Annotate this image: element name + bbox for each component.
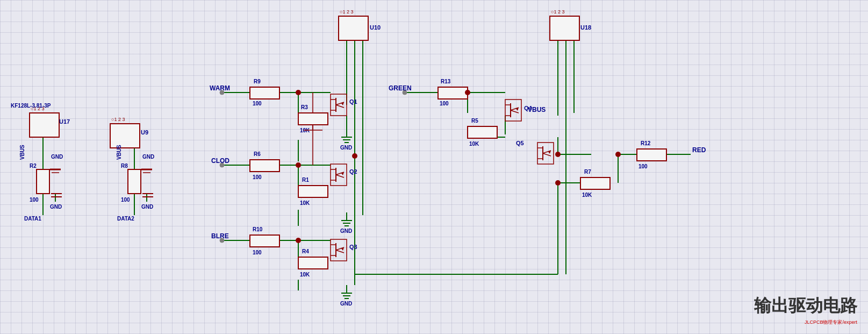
u18-pin-label: ○1 2 3 [551,9,564,15]
vbus1-label: VBUS [19,145,25,160]
transistor-q4 [505,100,521,121]
blre-label: BLRE [211,232,229,240]
r8-value: 100 [121,197,130,203]
resistor-r12 [637,149,666,161]
r13-value: 100 [440,101,449,106]
green-label: GREEN [389,84,412,92]
resistor-r7 [580,177,610,189]
transistor-q5 [537,143,554,164]
r7-label: R7 [584,169,591,175]
clod-label: CLOD [211,157,229,165]
q3-label: Q3 [349,244,357,250]
watermark-text: JLCPCB物理专家/expert [805,319,857,326]
resistor-r10 [250,235,279,247]
page-title: 输出驱动电路 [754,294,857,318]
resistor-r8 [128,169,141,194]
data1-label: DATA1 [24,216,41,222]
u10-label: U10 [370,24,381,31]
junction-6 [555,152,561,157]
connector-u10 [339,16,368,40]
resistor-r5 [468,126,497,138]
junction-2 [296,162,301,168]
r1-label: R1 [302,177,309,183]
resistor-r4 [298,257,328,269]
transistor-q1 [331,94,347,116]
red-label: RED [692,146,706,154]
junction-1 [296,90,301,95]
gnd-u9-b: GND [141,204,153,210]
gnd-q1: GND [340,145,352,151]
r9-label: R9 [254,79,261,84]
connector-u9 [110,124,140,148]
kf-label: KF128L-3.81-3P [11,103,51,109]
junction-7 [555,180,561,186]
gnd-u17: GND [51,154,63,160]
vbus3-label: VBUS [528,106,546,113]
r2-value: 100 [30,197,39,203]
u9-pin-label: ○1 2 3 [111,117,125,122]
gnd-q3: GND [340,301,352,307]
r10-label: R10 [253,226,263,232]
junction-8 [615,152,621,157]
schematic-canvas: ○1 2 3 U17 KF128L-3.81-3P VBUS GND DATA1… [0,0,868,334]
q5-label: Q5 [516,140,524,146]
r4-label: R4 [302,248,309,254]
transistor-q2 [331,164,347,186]
r3-label: R3 [301,104,308,110]
r6-value: 100 [253,174,262,180]
connector-u17 [30,113,59,137]
warm-label: WARM [210,84,230,92]
resistor-r2 [37,169,49,194]
svg-line-67 [511,110,519,113]
junction-4 [352,153,357,159]
svg-line-57 [336,175,344,177]
resistor-r13 [438,87,468,99]
resistor-r3 [298,113,328,125]
r10-value: 100 [253,250,262,255]
junction-3 [296,238,301,243]
r2-label: R2 [30,163,37,169]
connector-u18 [550,16,579,40]
r5-label: R5 [471,118,478,124]
gnd-u9: GND [142,154,154,160]
r4-value: 10K [300,272,310,278]
u17-label: U17 [59,118,70,125]
resistor-r1 [298,186,328,197]
u9-label: U9 [141,129,148,136]
svg-line-62 [336,250,344,253]
junction-5 [465,90,470,95]
u18-label: U18 [580,24,591,31]
transistor-q3 [331,239,347,261]
q1-label: Q1 [349,98,357,105]
svg-line-52 [336,105,344,108]
r7-value: 10K [582,192,592,198]
resistor-r9 [250,87,279,99]
r8-label: R8 [121,163,128,169]
r12-value: 100 [639,164,648,169]
r12-label: R12 [641,140,651,146]
data2-label: DATA2 [117,216,134,222]
gnd-q2: GND [340,228,352,234]
gnd-u17-b: GND [50,204,62,210]
resistor-r6 [250,160,279,172]
svg-line-72 [543,153,551,156]
vbus2-label: VBUS [116,145,122,160]
u10-pin-label: ○1 2 3 [340,9,353,15]
r9-value: 100 [253,101,262,106]
r5-value: 10K [469,141,479,147]
r13-label: R13 [441,79,451,84]
q2-label: Q2 [349,168,357,175]
r6-label: R6 [254,151,261,157]
r1-value: 10K [300,200,310,206]
